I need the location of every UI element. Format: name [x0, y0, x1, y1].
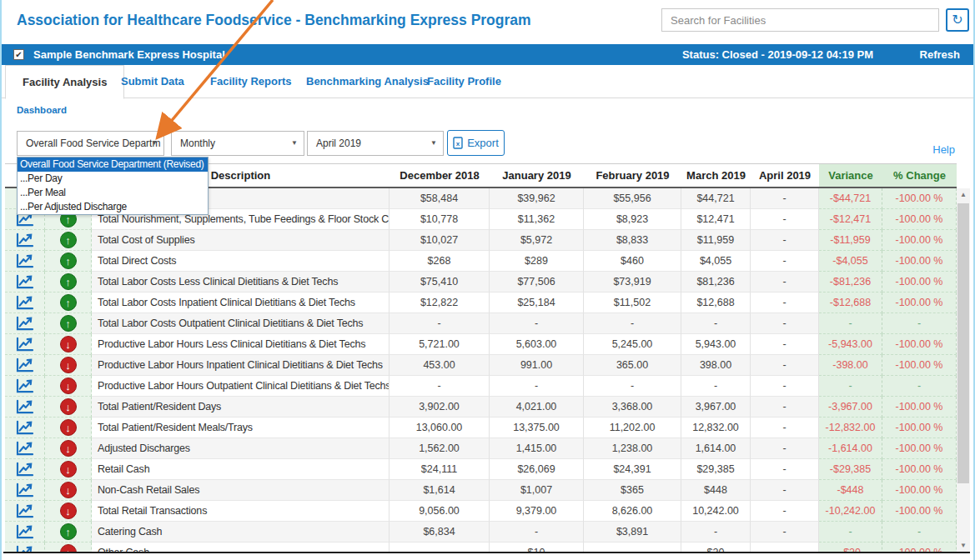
variance-cell: -$44,721: [819, 188, 882, 209]
chart-icon-cell: [5, 334, 45, 355]
variance-cell: -$11,959: [819, 230, 882, 251]
breadcrumb[interactable]: Dashboard: [17, 105, 67, 115]
value-cell: 13,375.00: [490, 418, 584, 438]
line-chart-icon[interactable]: [16, 253, 34, 268]
table-row: ↑Total Labor Costs Inpatient Clinical Di…: [5, 292, 957, 313]
refresh-button[interactable]: Refresh: [920, 48, 960, 61]
dropdown-option[interactable]: ...Per Day: [18, 172, 208, 186]
column-header: % Change: [882, 164, 957, 187]
line-chart-icon[interactable]: [16, 378, 34, 393]
value-cell: $73,919: [584, 272, 681, 292]
chevron-down-icon: ▼: [151, 132, 158, 155]
value-cell: -: [389, 376, 490, 397]
value-cell: 991.00: [490, 355, 584, 376]
top-header: Association for Healthcare Foodservice -…: [0, 0, 975, 43]
description-cell: Total Cost of Supplies: [92, 230, 389, 251]
value-cell: $58,484: [389, 188, 490, 209]
facility-checkbox[interactable]: ✔: [13, 49, 24, 60]
search-input[interactable]: [661, 8, 939, 32]
line-chart-icon[interactable]: [16, 358, 34, 372]
line-chart-icon[interactable]: [16, 274, 34, 289]
trend-down-icon: ↓: [60, 336, 77, 352]
line-chart-icon[interactable]: [16, 337, 34, 352]
export-button[interactable]: x Export: [447, 130, 505, 156]
vertical-scrollbar[interactable]: ▲ ▼: [957, 188, 970, 552]
change-cell: -: [882, 522, 957, 542]
value-cell: $12,688: [681, 292, 751, 313]
variance-cell: -$4,055: [819, 251, 882, 272]
trend-icon-cell: ↓: [45, 355, 92, 376]
line-chart-icon[interactable]: [16, 399, 34, 414]
trend-icon-cell: ↑: [45, 251, 92, 272]
search-refresh-button[interactable]: ↻: [946, 8, 969, 32]
value-cell: $268: [389, 251, 490, 272]
scroll-up-icon[interactable]: ▲: [957, 188, 970, 202]
trend-icon-cell: ↓: [45, 438, 92, 459]
chart-icon-cell: [5, 522, 45, 542]
change-cell: -100.00 %: [882, 188, 957, 209]
line-chart-icon[interactable]: [16, 524, 34, 539]
line-chart-icon[interactable]: [16, 295, 34, 310]
export-label: Export: [467, 137, 499, 149]
dropdown-option[interactable]: ...Per Adjusted Discharge: [18, 200, 208, 214]
trend-icon-cell: ↓: [45, 501, 92, 522]
change-cell: -: [882, 313, 957, 334]
tab-submit-data[interactable]: Submit Data: [121, 65, 184, 98]
value-cell: 9,379.00: [490, 501, 584, 522]
trend-up-icon: ↑: [60, 232, 77, 248]
dropdown-option[interactable]: ...Per Meal: [18, 186, 208, 200]
value-cell: -: [751, 251, 819, 272]
line-chart-icon[interactable]: [16, 316, 34, 331]
value-cell: $289: [490, 251, 584, 272]
table-row: ↑Total Direct Costs$268$289$460$4,055--$…: [5, 251, 957, 272]
value-cell: -: [751, 209, 819, 230]
value-cell: -: [751, 522, 819, 542]
trend-icon-cell: ↑: [45, 313, 92, 334]
chart-icon-cell: [5, 438, 45, 459]
line-chart-icon[interactable]: [16, 482, 34, 498]
value-cell: 13,060.00: [389, 418, 490, 438]
table-row: ↓Productive Labor Hours Less Clinical Di…: [5, 334, 957, 355]
line-chart-icon[interactable]: [16, 441, 34, 456]
chart-icon-cell: [5, 480, 45, 501]
variance-cell: -$448: [819, 480, 882, 501]
value-cell: $25,184: [490, 292, 584, 313]
line-chart-icon[interactable]: [16, 462, 34, 477]
variance-cell: -1,614.00: [819, 438, 882, 459]
chart-icon-cell: [5, 418, 45, 438]
value-cell: $448: [681, 480, 751, 501]
trend-up-icon: ↑: [60, 252, 77, 269]
help-link[interactable]: Help: [932, 143, 955, 156]
tab-facility-analysis[interactable]: Facility Analysis: [5, 65, 124, 99]
scroll-down-icon[interactable]: ▼: [957, 539, 970, 552]
scrollbar-thumb[interactable]: [957, 203, 969, 483]
value-cell: $12,471: [681, 209, 751, 230]
value-cell: $10,027: [389, 230, 490, 251]
tab-benchmarking-analysis[interactable]: Benchmarking Analysis: [306, 65, 429, 98]
line-chart-icon[interactable]: [16, 420, 34, 435]
value-cell: $77,506: [490, 272, 584, 292]
column-header: March 2019: [681, 164, 751, 187]
trend-down-icon: ↓: [60, 398, 77, 415]
variance-cell: -5,943.00: [819, 334, 882, 355]
value-cell: 5,603.00: [490, 334, 584, 355]
trend-down-icon: ↓: [60, 502, 77, 519]
description-cell: Total Retail Transactions: [92, 501, 389, 522]
value-cell: 5,245.00: [584, 334, 681, 355]
trend-icon-cell: ↑: [45, 230, 92, 251]
metric-select[interactable]: Overall Food Service Departm ▼: [17, 131, 164, 156]
value-cell: -: [584, 376, 681, 397]
dropdown-option[interactable]: Overall Food Service Department (Revised…: [18, 158, 208, 172]
value-cell: -: [751, 334, 819, 355]
frequency-select[interactable]: Monthly ▼: [171, 131, 304, 156]
line-chart-icon[interactable]: [16, 232, 34, 248]
tab-facility-profile[interactable]: Facility Profile: [427, 65, 501, 98]
tab-facility-reports[interactable]: Facility Reports: [210, 65, 292, 98]
status-text: Status: Closed - 2019-09-12 04:19 PM: [682, 48, 873, 61]
variance-cell: -3,967.00: [819, 397, 882, 418]
value-cell: -: [490, 522, 584, 542]
metric-select-value: Overall Food Service Departm: [26, 138, 160, 149]
value-cell: -: [751, 230, 819, 251]
line-chart-icon[interactable]: [16, 503, 34, 518]
period-select[interactable]: April 2019 ▼: [307, 131, 444, 156]
